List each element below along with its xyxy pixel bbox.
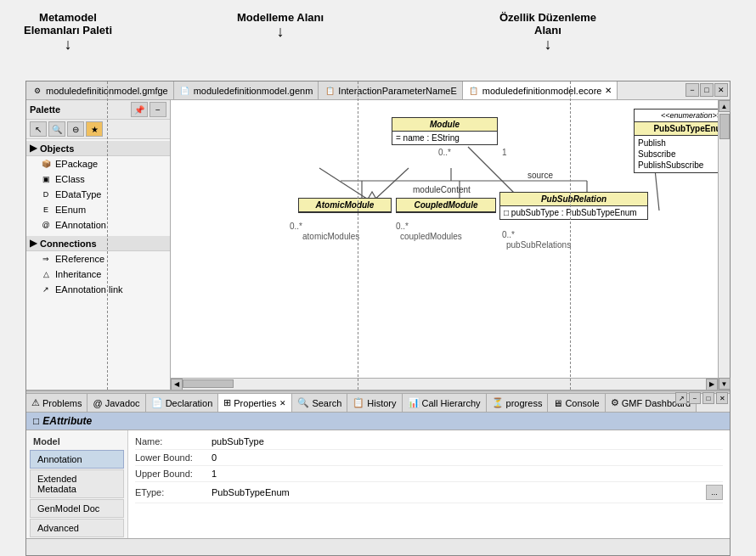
tab-gmfge[interactable]: ⚙ moduledefinitionmodel.gmfge	[26, 81, 174, 100]
palette-pin-btn[interactable]: 📌	[131, 102, 148, 117]
interaction-icon: 📋	[324, 85, 336, 97]
bottom-panel-controls: ↗ − □ ✕	[675, 394, 728, 404]
tab-callhierarchy[interactable]: 📊 Call Hierarchy	[403, 394, 487, 413]
palette-tool1[interactable]: ↖	[30, 121, 47, 137]
tab-progress[interactable]: ⏳ progress	[487, 394, 549, 413]
scroll-right-btn[interactable]: ▶	[706, 379, 718, 390]
etype-input[interactable]	[212, 487, 704, 497]
tab-close-ecore[interactable]: ✕	[605, 86, 612, 95]
palette-tool3[interactable]: ⊖	[67, 121, 84, 137]
horiz-scroll-track[interactable]	[183, 379, 706, 390]
scroll-up-btn[interactable]: ▲	[719, 100, 731, 112]
upperbound-input[interactable]	[212, 469, 723, 479]
upperbound-value[interactable]	[212, 469, 723, 479]
name-input[interactable]	[212, 436, 723, 446]
pubsub-label: pubSubRelations	[506, 240, 571, 250]
name-value[interactable]	[212, 436, 723, 446]
scroll-left-btn[interactable]: ◀	[171, 379, 183, 390]
mult-0star-coupled: 0..*	[396, 222, 409, 231]
tab-interaction[interactable]: 📋 InteractionParameterNameE	[319, 81, 462, 100]
horiz-scroll-thumb[interactable]	[183, 379, 234, 388]
declaration-icon: 📄	[151, 397, 163, 408]
genm-icon: 📄	[179, 85, 191, 97]
enum-box[interactable]: <<enumeration>> PubSubTypeEnum Publish S…	[634, 109, 718, 173]
main-window: ⚙ moduledefinitionmodel.gmfge 📄 modulede…	[25, 81, 731, 556]
bottom-close-btn[interactable]: ✕	[716, 394, 728, 404]
problems-icon: ⚠	[31, 397, 40, 408]
atomic-module-box[interactable]: AtomicModule	[298, 198, 392, 213]
properties-sidebar: Model Annotation Extended Metadata GenMo…	[26, 430, 128, 541]
etype-value[interactable]: ...	[212, 485, 723, 500]
palette-item-eclass[interactable]: ▣ EClass	[26, 171, 170, 187]
coupled-module-box[interactable]: CoupledModule	[396, 198, 496, 213]
properties-content: □ EAttribute Model Annotation Extended M…	[26, 413, 730, 542]
lowerbound-label: Lower Bound:	[135, 452, 212, 463]
window-controls: − □ ✕	[683, 81, 730, 98]
properties-form: Name: Lower Bound: Upper Bound:	[128, 430, 730, 541]
scroll-thumb[interactable]	[719, 114, 730, 139]
palette-label: Metamodel Elemanları Paleti ↓	[17, 11, 119, 52]
eannotation-link-icon: ↗	[40, 284, 52, 295]
mult-0star-1: 0..*	[438, 148, 451, 157]
mult-0star-pubsub: 0..*	[502, 230, 515, 239]
tab-declaration[interactable]: 📄 Declaration	[146, 394, 219, 413]
palette-item-eannotation-link[interactable]: ↗ EAnnotation link	[26, 282, 170, 297]
collapse-objects-icon: ▶	[30, 143, 37, 154]
minimize-btn[interactable]: −	[685, 83, 699, 97]
palette-objects-header[interactable]: ▶ Objects	[26, 141, 170, 156]
right-scrollbar[interactable]: ▲ ▼	[718, 100, 730, 390]
palette-item-inheritance[interactable]: △ Inheritance	[26, 267, 170, 282]
pubsub-rel-body: □ pubSubType : PubSubTypeEnum	[500, 206, 647, 219]
module-box[interactable]: Module = name : EString	[392, 117, 498, 145]
horiz-scrollbar[interactable]: ◀ ▶	[171, 378, 718, 390]
tab-javadoc[interactable]: @ Javadoc	[87, 394, 145, 413]
palette-tool2[interactable]: 🔍	[48, 121, 65, 137]
palette-item-ereference[interactable]: ⇒ EReference	[26, 251, 170, 267]
palette-connections-section: ▶ Connections ⇒ EReference △ Inheritance…	[26, 234, 170, 299]
palette-item-edatatype[interactable]: D EDataType	[26, 187, 170, 202]
palette-item-eenum[interactable]: E EEnum	[26, 202, 170, 217]
bottom-max-btn[interactable]: □	[702, 394, 714, 404]
epackage-icon: 📦	[40, 158, 52, 170]
form-row-etype: EType: ...	[135, 482, 723, 503]
sidebar-item-genmodel[interactable]: GenModel Doc	[30, 499, 124, 518]
javadoc-icon: @	[93, 398, 102, 408]
form-row-upperbound: Upper Bound:	[135, 466, 723, 482]
mult-1-1: 1	[502, 148, 507, 157]
tab-console[interactable]: 🖥 Console	[548, 394, 605, 413]
tab-history[interactable]: 📋 History	[347, 394, 402, 413]
atomic-module-header: AtomicModule	[299, 199, 391, 212]
palette-connections-header[interactable]: ▶ Connections	[26, 236, 170, 251]
bottom-minimize-btn[interactable]: ↗	[675, 394, 687, 404]
pubsub-rel-header: PubSubRelation	[500, 193, 647, 206]
close-btn[interactable]: ✕	[714, 83, 728, 97]
etype-browse-btn[interactable]: ...	[706, 485, 723, 500]
palette-minimize-btn[interactable]: −	[150, 102, 166, 117]
maximize-btn[interactable]: □	[700, 83, 714, 97]
tab-genm[interactable]: 📄 moduledefinitionmodel.genm	[174, 81, 319, 100]
palette-panel: Palette 📌 − ↖ 🔍 ⊖ ★ ▶ Objects	[26, 100, 171, 390]
palette-tool4[interactable]: ★	[86, 121, 103, 137]
ecore-icon: 📋	[468, 85, 480, 97]
inheritance-icon: △	[40, 268, 52, 280]
scroll-down-btn[interactable]: ▼	[719, 378, 731, 390]
diagram-area[interactable]: Module = name : EString AtomicModule Cou…	[171, 100, 718, 390]
sidebar-item-extended[interactable]: Extended Metadata	[30, 469, 124, 498]
pubsub-rel-box[interactable]: PubSubRelation □ pubSubType : PubSubType…	[499, 192, 648, 220]
callhierarchy-icon: 📊	[408, 397, 420, 408]
lowerbound-value[interactable]	[212, 452, 723, 463]
sidebar-item-advanced[interactable]: Advanced	[30, 519, 124, 537]
tab-search[interactable]: 🔍 Search	[292, 394, 347, 413]
tab-properties-close[interactable]: ✕	[279, 399, 286, 407]
sidebar-item-annotation[interactable]: Annotation	[30, 450, 124, 469]
palette-item-epackage[interactable]: 📦 EPackage	[26, 156, 170, 171]
bottom-restore-btn[interactable]: −	[689, 394, 701, 404]
gmfdashboard-icon: ⚙	[611, 397, 619, 408]
tab-problems[interactable]: ⚠ Problems	[26, 394, 87, 413]
lowerbound-input[interactable]	[212, 452, 723, 463]
eclass-icon: ▣	[40, 173, 52, 185]
palette-item-eannotation[interactable]: @ EAnnotation	[26, 217, 170, 233]
tab-properties[interactable]: ⊞ Properties ✕	[218, 394, 292, 413]
scroll-track[interactable]	[719, 112, 730, 378]
tab-ecore[interactable]: 📋 moduledefinitionmodel.ecore ✕	[463, 81, 618, 100]
